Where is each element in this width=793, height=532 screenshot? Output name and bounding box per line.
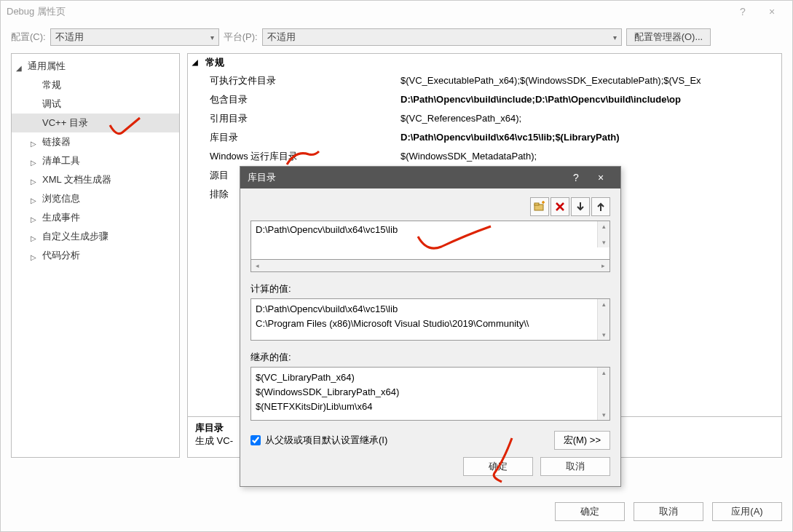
delete-icon[interactable] <box>551 197 569 216</box>
tree-item-label: 代码分析 <box>42 250 80 261</box>
config-dropdown[interactable]: 不适用 ▾ <box>50 28 219 46</box>
vertical-scrollbar[interactable]: ▴ ▾ <box>597 368 609 420</box>
property-name: 包含目录 <box>210 92 401 108</box>
inherited-line: $(WindowsSDK_LibraryPath_x64) <box>256 385 605 400</box>
tree-item[interactable]: ▷清单工具 <box>12 151 179 170</box>
property-name: 引用目录 <box>210 111 401 127</box>
inherit-checkbox[interactable] <box>250 435 261 445</box>
tree-item[interactable]: ▷生成事件 <box>12 208 179 227</box>
category-tree[interactable]: ◢ 通用属性 常规调试VC++ 目录▷链接器▷清单工具▷XML 文档生成器▷浏览… <box>11 53 180 458</box>
property-row[interactable]: 包含目录D:\Path\Opencv\build\include;D:\Path… <box>188 90 781 109</box>
move-up-icon[interactable] <box>591 197 610 216</box>
tree-item[interactable]: 调试 <box>12 95 179 114</box>
inherit-label: 从父级或项目默认设置继承(I) <box>265 434 387 447</box>
dialog-help-icon[interactable]: ? <box>564 172 588 183</box>
tree-root[interactable]: ◢ 通用属性 <box>12 57 179 76</box>
tree-item-label: 常规 <box>42 79 61 90</box>
horizontal-scrollbar[interactable]: ◂ ▸ <box>250 260 610 272</box>
platform-dropdown[interactable]: 不适用 ▾ <box>262 28 622 46</box>
scroll-up-icon[interactable]: ▴ <box>601 299 607 309</box>
ok-button[interactable]: 确定 <box>555 502 625 521</box>
tree-item[interactable]: ▷链接器 <box>12 132 179 151</box>
property-name: Windows 运行库目录 <box>210 148 401 164</box>
tree-root-label: 通用属性 <box>28 60 66 71</box>
property-row[interactable]: Windows 运行库目录$(WindowsSDK_MetadataPath); <box>188 147 781 166</box>
tree-item[interactable]: ▷代码分析 <box>12 246 179 265</box>
tree-item-label: 生成事件 <box>42 212 80 223</box>
cancel-button[interactable]: 取消 <box>634 502 703 521</box>
window-titlebar: Debug 属性页 ? × <box>1 1 792 23</box>
platform-label: 平台(P): <box>224 31 258 44</box>
property-value: $(VC_ReferencesPath_x64); <box>401 111 781 127</box>
tree-item-label: 自定义生成步骤 <box>42 231 109 242</box>
expander-collapse-icon[interactable]: ◢ <box>16 60 22 76</box>
inherited-line: $(NETFXKitsDir)Lib\um\x64 <box>256 400 605 414</box>
expander-expand-icon[interactable]: ▷ <box>31 212 36 228</box>
tree-item-label: VC++ 目录 <box>42 117 88 128</box>
new-folder-icon[interactable] <box>530 197 549 216</box>
library-dirs-dialog: 库目录 ? × D:\Path\Opencv\build\x64\vc15\li… <box>240 166 621 487</box>
expander-collapse-icon[interactable]: ◢ <box>192 58 198 66</box>
inherit-row: 从父级或项目默认设置继承(I) 宏(M) >> <box>250 431 610 450</box>
help-icon[interactable]: ? <box>728 6 757 17</box>
group-label: 常规 <box>205 57 224 68</box>
apply-button[interactable]: 应用(A) <box>712 502 782 521</box>
path-entry[interactable]: D:\Path\Opencv\build\x64\vc15\lib <box>251 221 609 238</box>
group-header[interactable]: ◢ 常规 <box>188 54 781 71</box>
scroll-up-icon[interactable]: ▴ <box>601 221 607 231</box>
dialog-title: 库目录 <box>248 171 564 184</box>
scroll-right-icon[interactable]: ▸ <box>597 262 609 269</box>
tree-item[interactable]: ▷浏览信息 <box>12 189 179 208</box>
window-title: Debug 属性页 <box>7 5 728 18</box>
scroll-down-icon[interactable]: ▾ <box>601 237 607 247</box>
config-label: 配置(C): <box>11 31 46 44</box>
expander-expand-icon[interactable]: ▷ <box>31 193 36 209</box>
scroll-left-icon[interactable]: ◂ <box>251 262 264 269</box>
chevron-down-icon: ▾ <box>613 33 617 41</box>
config-manager-button[interactable]: 配置管理器(O)... <box>626 28 711 46</box>
dialog-body: D:\Path\Opencv\build\x64\vc15\lib ▴ ▾ ◂ … <box>240 188 620 457</box>
paths-edit-list[interactable]: D:\Path\Opencv\build\x64\vc15\lib ▴ ▾ <box>250 221 610 260</box>
inherited-line: $(VC_LibraryPath_x64) <box>256 370 605 385</box>
inherited-values-list: $(VC_LibraryPath_x64)$(WindowsSDK_Librar… <box>250 367 610 421</box>
expander-expand-icon[interactable]: ▷ <box>31 155 36 171</box>
computed-line: C:\Program Files (x86)\Microsoft Visual … <box>256 317 605 331</box>
scroll-down-icon[interactable]: ▾ <box>601 330 607 340</box>
dialog-titlebar: 库目录 ? × <box>240 167 620 188</box>
move-down-icon[interactable] <box>571 197 590 216</box>
property-row[interactable]: 引用目录$(VC_ReferencesPath_x64); <box>188 109 781 128</box>
close-icon[interactable]: × <box>757 6 786 17</box>
property-name: 库目录 <box>210 130 401 146</box>
vertical-scrollbar[interactable]: ▴ ▾ <box>597 221 609 247</box>
property-row[interactable]: 可执行文件目录$(VC_ExecutablePath_x64);$(Window… <box>188 71 781 90</box>
inherited-label: 继承的值: <box>250 351 610 364</box>
chevron-down-icon: ▾ <box>210 33 214 41</box>
computed-line: D:\Path\Opencv\build\x64\vc15\lib <box>256 302 605 317</box>
scroll-down-icon[interactable]: ▾ <box>601 410 607 420</box>
config-toolbar: 配置(C): 不适用 ▾ 平台(P): 不适用 ▾ 配置管理器(O)... <box>1 23 792 53</box>
computed-values-list: D:\Path\Opencv\build\x64\vc15\libC:\Prog… <box>250 298 610 341</box>
vertical-scrollbar[interactable]: ▴ ▾ <box>597 299 609 340</box>
tree-item[interactable]: ▷XML 文档生成器 <box>12 170 179 189</box>
tree-item[interactable]: 常规 <box>12 76 179 95</box>
dialog-close-icon[interactable]: × <box>588 172 613 183</box>
tree-item-label: 清单工具 <box>42 155 80 166</box>
dialog-cancel-button[interactable]: 取消 <box>540 457 610 476</box>
svg-rect-1 <box>534 203 539 205</box>
toolbar-icons <box>250 197 610 216</box>
expander-expand-icon[interactable]: ▷ <box>31 174 36 190</box>
expander-expand-icon[interactable]: ▷ <box>31 231 36 247</box>
tree-item-label: 链接器 <box>42 136 71 147</box>
property-row[interactable]: 库目录D:\Path\Opencv\build\x64\vc15\lib;$(L… <box>188 128 781 147</box>
dialog-ok-button[interactable]: 确定 <box>463 457 533 476</box>
tree-item-label: 浏览信息 <box>42 193 80 204</box>
tree-item[interactable]: ▷自定义生成步骤 <box>12 227 179 246</box>
property-value: $(WindowsSDK_MetadataPath); <box>401 148 781 164</box>
computed-label: 计算的值: <box>250 282 610 295</box>
scroll-up-icon[interactable]: ▴ <box>601 368 607 378</box>
tree-item[interactable]: VC++ 目录 <box>12 114 179 132</box>
macro-button[interactable]: 宏(M) >> <box>554 431 610 450</box>
expander-expand-icon[interactable]: ▷ <box>31 136 36 152</box>
dialog-buttons: 确定 取消 应用(A) <box>555 502 782 521</box>
expander-expand-icon[interactable]: ▷ <box>31 250 36 266</box>
